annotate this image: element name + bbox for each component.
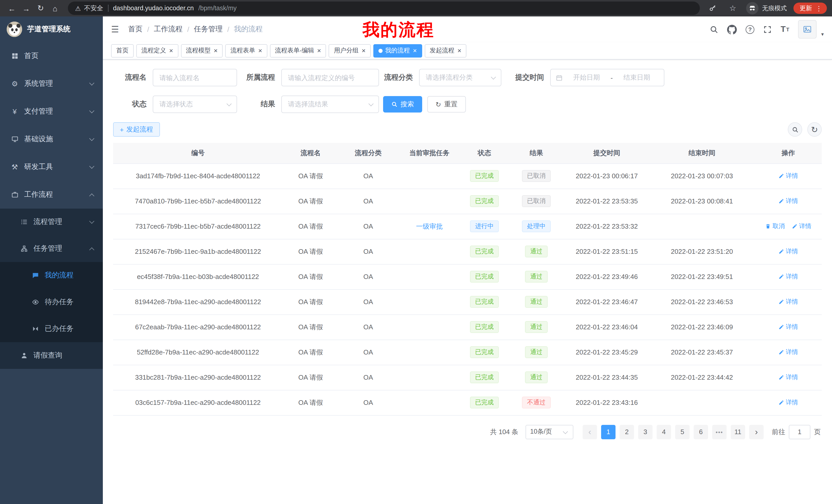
detail-link[interactable]: 详情 [779, 172, 798, 180]
sidebar-item-todo-tasks[interactable]: 待办任务 [0, 289, 103, 315]
breadcrumb-item[interactable]: 任务管理 [194, 25, 223, 34]
more-pages-button[interactable]: ••• [712, 425, 727, 439]
sidebar-item-infrastructure[interactable]: 基础设施 [0, 125, 103, 153]
tab-process-form[interactable]: 流程表单× [225, 44, 267, 57]
page-button[interactable]: 5 [675, 425, 690, 439]
detail-link[interactable]: 详情 [779, 298, 798, 306]
process-name-input[interactable] [153, 69, 237, 86]
help-icon[interactable]: ? [746, 25, 754, 34]
sidebar-item-process-management[interactable]: 流程管理 [0, 208, 103, 235]
breadcrumb-item[interactable]: 首页 [128, 25, 143, 34]
detail-link[interactable]: 详情 [779, 373, 798, 382]
sidebar-item-my-process[interactable]: 我的流程 [0, 262, 103, 289]
tab-process-definition[interactable]: 流程定义× [136, 44, 178, 57]
app-logo: 芋道管理系统 [0, 17, 103, 42]
parent-process-input[interactable] [281, 69, 379, 86]
close-icon[interactable]: × [317, 47, 321, 54]
fullscreen-icon[interactable] [763, 25, 772, 34]
plus-icon: + [120, 125, 124, 133]
forward-icon[interactable]: → [20, 2, 33, 15]
breadcrumb-current: 我的流程 [234, 25, 263, 34]
caret-down-icon[interactable]: ▾ [821, 31, 824, 37]
next-page-button[interactable]: › [749, 425, 763, 439]
detail-link[interactable]: 详情 [779, 398, 798, 407]
close-icon[interactable]: × [169, 47, 173, 54]
detail-link[interactable]: 详情 [779, 247, 798, 256]
sidebar-item-leave-query[interactable]: 请假查询 [0, 342, 103, 369]
page-button[interactable]: 11 [731, 425, 745, 439]
reset-button[interactable]: ↻ 重置 [427, 96, 466, 113]
eye-icon [31, 299, 40, 306]
search-icon[interactable] [710, 25, 718, 34]
close-icon[interactable]: × [458, 47, 461, 54]
page-button[interactable]: 6 [694, 425, 708, 439]
detail-link[interactable]: 详情 [792, 222, 811, 231]
page-button[interactable]: 3 [638, 425, 653, 439]
refresh-icon: ↻ [436, 101, 441, 108]
table-refresh-icon[interactable]: ↻ [807, 122, 822, 137]
detail-link[interactable]: 详情 [779, 323, 798, 331]
tab-user-group[interactable]: 用户分组× [329, 44, 371, 57]
tab-process-form-edit[interactable]: 流程表单-编辑× [270, 44, 326, 57]
close-icon[interactable]: × [258, 47, 262, 54]
close-icon[interactable]: × [413, 47, 417, 54]
cancel-link[interactable]: 取消 [765, 222, 785, 231]
address-bar[interactable]: ⚠ 不安全 dashboard.yudao.iocoder.cn/bpm/tas… [68, 2, 700, 15]
github-icon[interactable] [727, 24, 737, 34]
result-select[interactable]: 请选择流结果 [281, 95, 379, 113]
browser-menu-icon[interactable]: ⋮ [815, 4, 822, 12]
breadcrumb-separator: / [147, 25, 149, 33]
detail-link[interactable]: 详情 [779, 197, 798, 205]
security-label: 不安全 [84, 4, 103, 12]
back-icon[interactable]: ← [5, 2, 19, 15]
detail-link[interactable]: 详情 [779, 272, 798, 281]
page-button[interactable]: 1 [601, 425, 616, 439]
tab-process-model[interactable]: 流程模型× [181, 44, 223, 57]
tab-home[interactable]: 首页 [111, 44, 134, 57]
category-select[interactable]: 请选择流程分类 [419, 69, 501, 86]
hamburger-icon[interactable]: ☰ [111, 24, 119, 35]
date-end[interactable]: 结束日期 [615, 73, 659, 82]
tab-my-process[interactable]: 我的流程× [373, 44, 422, 57]
home-icon[interactable]: ⌂ [48, 2, 62, 15]
close-icon[interactable]: × [214, 47, 217, 54]
navbar-actions: ? TT ▾ [710, 20, 824, 38]
page-size-select[interactable]: 10条/页 [525, 425, 573, 439]
sidebar-item-payment[interactable]: ¥ 支付管理 [0, 97, 103, 125]
update-button[interactable]: 更新 ⋮ [794, 3, 827, 14]
font-size-icon[interactable]: TT [781, 25, 789, 34]
reload-icon[interactable]: ↻ [34, 2, 47, 15]
status-select[interactable]: 请选择状态 [153, 95, 237, 113]
initiate-process-button[interactable]: + 发起流程 [113, 122, 160, 137]
sidebar-item-label: 我的流程 [45, 271, 74, 280]
status-badge: 已完成 [470, 296, 499, 308]
password-key-icon[interactable] [706, 2, 719, 15]
page-button[interactable]: 2 [620, 425, 634, 439]
goto-page-input[interactable] [789, 425, 810, 439]
page-button[interactable]: 4 [657, 425, 671, 439]
sidebar-item-done-tasks[interactable]: 已办任务 [0, 315, 103, 342]
search-button[interactable]: 搜索 [383, 96, 422, 113]
close-icon[interactable]: × [362, 47, 366, 54]
table-search-icon[interactable] [788, 122, 802, 137]
sidebar-item-system[interactable]: ⚙ 系统管理 [0, 70, 103, 97]
tab-initiate-process[interactable]: 发起流程× [424, 44, 466, 57]
bookmark-star-icon[interactable]: ☆ [726, 2, 739, 15]
screen: ← → ↻ ⌂ ⚠ 不安全 dashboard.yudao.iocoder.cn… [0, 0, 832, 504]
breadcrumb-item[interactable]: 工作流程 [154, 25, 183, 34]
detail-link[interactable]: 详情 [779, 348, 798, 357]
sidebar-item-devtools[interactable]: ⚒ 研发工具 [0, 153, 103, 181]
list-icon [20, 218, 28, 226]
security-status[interactable]: ⚠ 不安全 [75, 4, 103, 12]
avatar[interactable] [798, 20, 816, 38]
table-tools: ↻ [788, 122, 822, 137]
date-range-picker[interactable]: 开始日期 - 结束日期 [550, 69, 665, 86]
prev-page-button[interactable]: ‹ [582, 425, 597, 439]
date-start[interactable]: 开始日期 [565, 73, 608, 82]
breadcrumb-separator: / [227, 25, 229, 33]
task-link[interactable]: 一级审批 [416, 222, 443, 230]
sidebar-item-home[interactable]: 首页 [0, 42, 103, 70]
sidebar-item-workflow[interactable]: 工作流程 [0, 181, 103, 208]
table-row: 03c6c157-7b9a-11ec-a290-acde48001122 OA … [113, 390, 822, 415]
sidebar-item-task-management[interactable]: 任务管理 [0, 235, 103, 262]
